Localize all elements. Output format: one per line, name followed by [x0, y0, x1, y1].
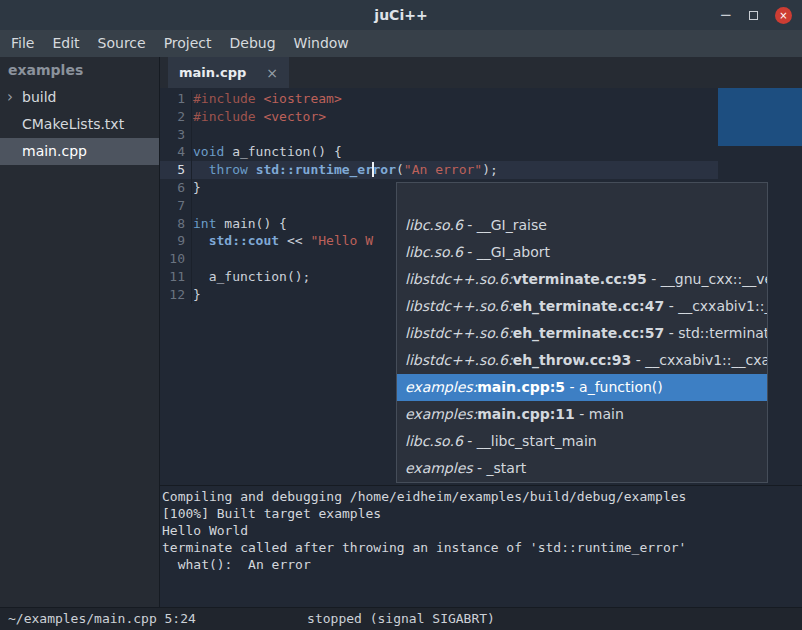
code-segment: "An error" [404, 162, 482, 177]
code-segment: "Hello W [310, 233, 373, 248]
tab-close-icon[interactable]: × [266, 65, 278, 81]
frame-file-line: eh_throw.cc:93 [513, 352, 632, 368]
frame-symbol: - __GI_abort [463, 244, 550, 260]
code-segment: void [193, 144, 224, 159]
menu-item-debug[interactable]: Debug [221, 30, 285, 57]
frame-location: libc.so.6 [405, 433, 463, 449]
line-number: 10 [160, 250, 192, 268]
backtrace-row[interactable]: libstdc++.so.6:eh_terminate.cc:57 - std:… [397, 320, 767, 347]
tree-item-label: build [22, 89, 56, 105]
frame-location: libstdc++.so.6: [405, 298, 513, 314]
backtrace-row[interactable]: libstdc++.so.6:vterminate.cc:95 - __gnu_… [397, 266, 767, 293]
frame-file-line: eh_terminate.cc:47 [513, 298, 665, 314]
menu-item-file[interactable]: File [2, 30, 43, 57]
code-segment: ror [373, 162, 396, 177]
frame-location: libstdc++.so.6: [405, 271, 513, 287]
debug-status: stopped (signal SIGABRT) [0, 608, 802, 630]
output-line: Compiling and debugging /home/eidheim/ex… [162, 488, 802, 505]
sidebar-item-cmakelists-txt[interactable]: CMakeLists.txt [0, 111, 159, 138]
backtrace-row[interactable]: libstdc++.so.6:eh_terminate.cc:47 - __cx… [397, 293, 767, 320]
maximize-button[interactable] [749, 8, 758, 23]
menu-item-project[interactable]: Project [155, 30, 221, 57]
frame-symbol: - __cxxabiv1::__term [664, 298, 767, 314]
code-segment [193, 162, 209, 177]
menu-item-window[interactable]: Window [285, 30, 358, 57]
sidebar-item-build[interactable]: ›build [0, 84, 159, 111]
code-segment: std::cout [209, 233, 279, 248]
code-text: a_function(); [192, 268, 310, 286]
titlebar: juCi++ − × [0, 0, 802, 30]
code-text: #include <vector> [192, 108, 326, 126]
backtrace-list: libc.so.6 - __GI_raiselibc.so.6 - __GI_a… [397, 212, 767, 482]
sidebar-item-main-cpp[interactable]: main.cpp [0, 138, 159, 165]
statusbar: ~/examples/main.cpp 5:24 stopped (signal… [0, 607, 802, 630]
tree-item-label: main.cpp [22, 143, 87, 159]
code-segment: << [279, 233, 310, 248]
output-terminal[interactable]: Compiling and debugging /home/eidheim/ex… [160, 485, 802, 607]
backtrace-row[interactable]: examples:main.cpp:11 - main [397, 401, 767, 428]
backtrace-popup: libc.so.6 - __GI_raiselibc.so.6 - __GI_a… [396, 182, 768, 483]
frame-file-line: main.cpp:11 [477, 406, 575, 422]
code-segment: } [193, 287, 201, 302]
code-line[interactable]: 2#include <vector> [160, 108, 802, 126]
code-text: std::cout << "Hello W [192, 232, 373, 250]
code-line[interactable]: 1#include <iostream> [160, 90, 802, 108]
code-segment [193, 233, 209, 248]
code-text: void a_function() { [192, 143, 342, 161]
window-title: juCi++ [374, 7, 427, 23]
code-line[interactable]: 4void a_function() { [160, 143, 802, 161]
tab-label: main.cpp [179, 65, 246, 80]
line-number: 2 [160, 108, 192, 126]
tree-item-label: CMakeLists.txt [22, 116, 124, 132]
code-segment [248, 162, 256, 177]
sidebar-header: examples [0, 57, 159, 84]
code-segment: a_function(); [193, 269, 310, 284]
code-line[interactable]: 5 throw std::runtime_error("An error"); [160, 161, 802, 179]
output-line: [100%] Built target examples [162, 505, 802, 522]
code-text: throw std::runtime_error("An error"); [192, 161, 498, 179]
frame-symbol: - std::terminate() [664, 325, 767, 341]
code-text [192, 126, 193, 144]
code-text [192, 197, 193, 215]
code-segment: std::runtime_er [256, 162, 373, 177]
code-text: } [192, 286, 201, 304]
backtrace-row[interactable]: examples:main.cpp:5 - a_function() [397, 374, 767, 401]
line-number: 12 [160, 286, 192, 304]
line-number: 1 [160, 90, 192, 108]
frame-file-line: main.cpp:5 [477, 379, 565, 395]
backtrace-row[interactable]: examples - _start [397, 455, 767, 482]
maximize-icon [749, 11, 758, 20]
line-number: 6 [160, 179, 192, 197]
menu-item-source[interactable]: Source [89, 30, 155, 57]
window-controls: − × [719, 0, 792, 30]
code-segment: <vector> [263, 109, 326, 124]
frame-symbol: - __GI_raise [463, 217, 547, 233]
backtrace-row[interactable]: libstdc++.so.6:eh_throw.cc:93 - __cxxabi… [397, 347, 767, 374]
frame-location: examples: [405, 406, 477, 422]
line-number: 5 [160, 161, 192, 179]
frame-location: libc.so.6 [405, 244, 463, 260]
backtrace-row[interactable]: libc.so.6 - __libc_start_main [397, 428, 767, 455]
code-segment: } [193, 180, 201, 195]
sidebar: examples ›buildCMakeLists.txtmain.cpp [0, 57, 160, 607]
code-segment: main() { [216, 216, 286, 231]
backtrace-row[interactable]: libc.so.6 - __GI_raise [397, 212, 767, 239]
frame-location: libstdc++.so.6: [405, 325, 513, 341]
frame-symbol: - __libc_start_main [463, 433, 597, 449]
minimize-button[interactable]: − [719, 8, 732, 23]
frame-symbol: - __cxxabiv1::__cxa_thro [631, 352, 767, 368]
frame-symbol: - main [575, 406, 624, 422]
code-segment: ); [482, 162, 498, 177]
backtrace-row[interactable]: libc.so.6 - __GI_abort [397, 239, 767, 266]
code-segment: throw [209, 162, 248, 177]
output-line: what(): An error [162, 556, 802, 573]
frame-file-line: eh_terminate.cc:57 [513, 325, 665, 341]
tab-main-cpp[interactable]: main.cpp× [168, 57, 289, 88]
chevron-right-icon[interactable]: › [7, 84, 13, 111]
code-line[interactable]: 3 [160, 126, 802, 144]
frame-file-line: vterminate.cc:95 [513, 271, 647, 287]
frame-symbol: - _start [473, 460, 527, 476]
menu-item-edit[interactable]: Edit [43, 30, 88, 57]
line-number: 3 [160, 126, 192, 144]
close-button[interactable]: × [775, 7, 792, 24]
